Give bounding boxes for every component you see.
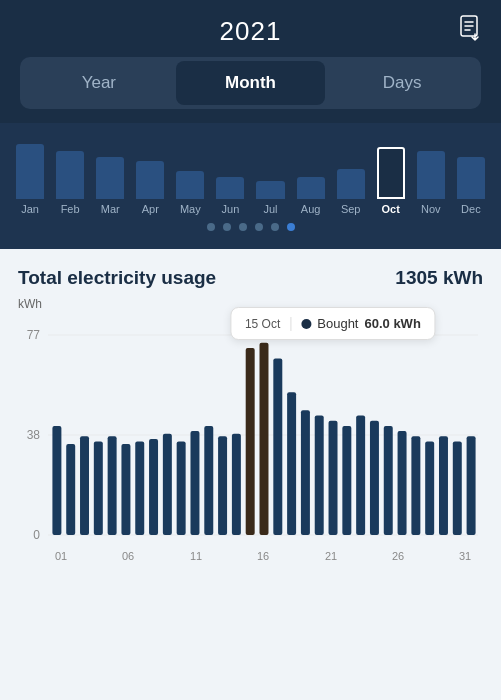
svg-text:16: 16 — [257, 550, 269, 562]
month-col-feb[interactable]: Feb — [50, 151, 90, 215]
month-col-jul[interactable]: Jul — [250, 181, 290, 215]
pagination-dot-3[interactable] — [255, 223, 263, 231]
pagination-dot-1[interactable] — [223, 223, 231, 231]
tab-selector: Year Month Days — [0, 57, 501, 123]
month-col-nov[interactable]: Nov — [411, 151, 451, 215]
month-col-may[interactable]: May — [170, 171, 210, 215]
tooltip-dot-icon — [301, 319, 311, 329]
tab-year[interactable]: Year — [24, 61, 174, 105]
app-header: 2021 — [0, 0, 501, 57]
daily-bar-23[interactable] — [356, 416, 365, 535]
month-bar-jan — [16, 144, 44, 199]
month-col-aug[interactable]: Aug — [291, 177, 331, 215]
month-col-mar[interactable]: Mar — [90, 157, 130, 215]
svg-text:11: 11 — [190, 550, 202, 562]
month-label-mar: Mar — [101, 203, 120, 215]
month-label-oct: Oct — [382, 203, 400, 215]
daily-bar-6[interactable] — [121, 444, 130, 535]
daily-bar-17[interactable] — [273, 358, 282, 535]
daily-bar-3[interactable] — [80, 436, 89, 535]
month-col-jun[interactable]: Jun — [210, 177, 250, 215]
tab-bar: Year Month Days — [20, 57, 481, 109]
daily-bar-25[interactable] — [384, 426, 393, 535]
daily-bar-1[interactable] — [52, 426, 61, 535]
daily-bar-chart: 77 38 0 01 06 11 16 21 26 31 — [18, 315, 483, 605]
daily-bar-5[interactable] — [108, 436, 117, 535]
month-label-aug: Aug — [301, 203, 321, 215]
csv-download-button[interactable] — [457, 14, 485, 42]
daily-bar-22[interactable] — [342, 426, 351, 535]
month-label-nov: Nov — [421, 203, 441, 215]
daily-bar-28[interactable] — [425, 441, 434, 535]
daily-bar-19[interactable] — [301, 410, 310, 535]
month-col-sep[interactable]: Sep — [331, 169, 371, 215]
tooltip: 15 Oct Bought 60.0 kWh — [230, 307, 436, 340]
tab-days[interactable]: Days — [327, 61, 477, 105]
tooltip-value: 60.0 kWh — [364, 316, 420, 331]
daily-bar-16[interactable] — [260, 343, 269, 535]
daily-bar-15[interactable] — [246, 348, 255, 535]
pagination-dot-2[interactable] — [239, 223, 247, 231]
tooltip-date: 15 Oct — [245, 317, 291, 331]
month-label-may: May — [180, 203, 201, 215]
pagination-dot-0[interactable] — [207, 223, 215, 231]
daily-bar-10[interactable] — [177, 441, 186, 535]
daily-bar-14[interactable] — [232, 434, 241, 535]
daily-bar-13[interactable] — [218, 436, 227, 535]
month-col-dec[interactable]: Dec — [451, 157, 491, 215]
daily-bar-29[interactable] — [439, 436, 448, 535]
svg-text:38: 38 — [27, 428, 41, 442]
month-bar-apr — [136, 161, 164, 199]
daily-bar-2[interactable] — [66, 444, 75, 535]
usage-header: Total electricity usage 1305 kWh — [18, 267, 483, 289]
daily-bar-12[interactable] — [204, 426, 213, 535]
month-bar-feb — [56, 151, 84, 199]
month-label-jan: Jan — [21, 203, 39, 215]
svg-text:26: 26 — [392, 550, 404, 562]
month-bar-dec — [457, 157, 485, 199]
month-col-apr[interactable]: Apr — [130, 161, 170, 215]
page-title: 2021 — [220, 16, 282, 47]
tooltip-label: Bought — [317, 316, 358, 331]
svg-text:21: 21 — [325, 550, 337, 562]
daily-bar-8[interactable] — [149, 439, 158, 535]
svg-text:06: 06 — [122, 550, 134, 562]
month-bar-sep — [337, 169, 365, 199]
daily-bar-26[interactable] — [398, 431, 407, 535]
month-bar-nov — [417, 151, 445, 199]
pagination-dot-5[interactable] — [287, 223, 295, 231]
daily-bar-7[interactable] — [135, 441, 144, 535]
svg-text:01: 01 — [55, 550, 67, 562]
month-bar-jul — [256, 181, 284, 199]
daily-chart-area: kWh 15 Oct Bought 60.0 kWh 77 38 0 01 0 — [18, 297, 483, 605]
month-label-jul: Jul — [263, 203, 277, 215]
month-col-jan[interactable]: Jan — [10, 144, 50, 215]
daily-bar-31[interactable] — [467, 436, 476, 535]
daily-bar-11[interactable] — [190, 431, 199, 535]
tooltip-content: Bought 60.0 kWh — [301, 316, 421, 331]
main-content: Total electricity usage 1305 kWh kWh 15 … — [0, 249, 501, 605]
daily-bar-21[interactable] — [329, 421, 338, 535]
daily-bar-4[interactable] — [94, 441, 103, 535]
daily-bar-20[interactable] — [315, 416, 324, 535]
month-bar-mar — [96, 157, 124, 199]
daily-bar-30[interactable] — [453, 441, 462, 535]
daily-bar-24[interactable] — [370, 421, 379, 535]
usage-value: 1305 kWh — [395, 267, 483, 289]
month-label-apr: Apr — [142, 203, 159, 215]
svg-text:77: 77 — [27, 328, 41, 342]
month-label-feb: Feb — [61, 203, 80, 215]
usage-title: Total electricity usage — [18, 267, 216, 289]
month-label-jun: Jun — [222, 203, 240, 215]
month-col-oct[interactable]: Oct — [371, 147, 411, 215]
pagination-dots — [0, 215, 501, 243]
daily-bar-9[interactable] — [163, 434, 172, 535]
daily-bar-27[interactable] — [411, 436, 420, 535]
pagination-dot-4[interactable] — [271, 223, 279, 231]
month-bar-jun — [216, 177, 244, 199]
month-bar-may — [176, 171, 204, 199]
daily-bar-18[interactable] — [287, 392, 296, 535]
monthly-overview: JanFebMarAprMayJunJulAugSepOctNovDec — [0, 123, 501, 249]
month-bar-oct — [377, 147, 405, 199]
tab-month[interactable]: Month — [176, 61, 326, 105]
